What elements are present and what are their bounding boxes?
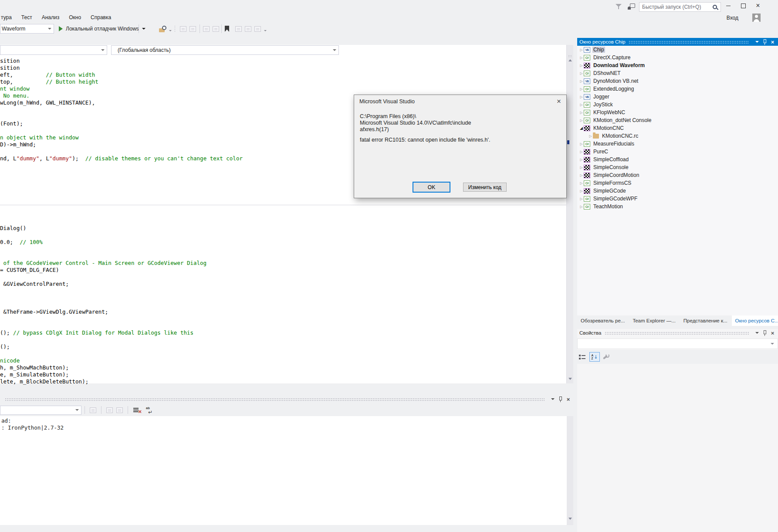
tree-item-label[interactable]: SimpleFormsCS <box>592 180 632 186</box>
expander-icon[interactable]: ▷ <box>579 197 584 201</box>
expander-icon[interactable]: ▷ <box>579 173 584 177</box>
tree-item-label[interactable]: TeachMotion <box>592 203 624 210</box>
indent-icon[interactable] <box>203 26 210 32</box>
expander-icon[interactable]: ▷ <box>579 103 584 107</box>
tree-item[interactable]: ▷ SimpleCoordMotion <box>577 171 778 179</box>
output-vertical-scrollbar[interactable] <box>567 416 573 525</box>
expander-icon[interactable]: ◢ <box>579 126 584 130</box>
tool-window-tab[interactable]: Окно ресурсов С... <box>732 315 778 326</box>
tree-item[interactable]: ▷ C# KFlopWebNC <box>577 108 778 116</box>
tree-item-label[interactable]: SimpleConsole <box>592 164 629 170</box>
chevron-down-icon[interactable] <box>264 30 267 31</box>
tree-item[interactable]: ▷ C# DShowNET <box>577 69 778 77</box>
tool-window-tab[interactable]: Team Explorer —... <box>629 315 679 326</box>
expander-icon[interactable]: ▷ <box>579 56 584 60</box>
output-text-area[interactable]: ad: : IronPython|2.7-32 <box>0 416 567 525</box>
scroll-down-icon[interactable] <box>568 518 572 520</box>
tree-item[interactable]: ▷ C# MeasureFiducials <box>577 140 778 148</box>
expander-icon[interactable]: ▷ <box>579 181 584 185</box>
menu-item[interactable]: Тест <box>17 13 37 22</box>
scope-combo[interactable]: (Глобальная область) <box>111 45 339 55</box>
tree-item[interactable]: ▷ PureC <box>577 148 778 156</box>
tree-item[interactable]: ▷ SimpleConsole <box>577 163 778 171</box>
toggle-bookmark-icon[interactable] <box>225 26 229 32</box>
tree-item-label[interactable]: Download Waveform <box>592 62 646 68</box>
pin-button[interactable] <box>557 396 564 402</box>
feedback-icon[interactable] <box>628 3 635 10</box>
panel-close-button[interactable]: × <box>565 396 572 402</box>
output-source-combo[interactable] <box>0 406 81 415</box>
sign-in-link[interactable]: Вход <box>727 15 738 21</box>
ok-button[interactable]: OK <box>413 182 450 193</box>
editor-vertical-scrollbar[interactable] <box>566 45 573 383</box>
tool-window-tab[interactable]: Представление к... <box>680 315 731 326</box>
tree-item[interactable]: ▷ C# JoyStick <box>577 101 778 108</box>
filter-icon[interactable] <box>616 4 622 10</box>
prev-message-icon[interactable] <box>106 407 113 413</box>
tree-item-label[interactable]: Jogger <box>592 94 610 100</box>
find-in-files-icon[interactable] <box>159 26 167 32</box>
maximize-button[interactable] <box>736 0 750 11</box>
expander-icon[interactable]: ▷ <box>579 158 584 162</box>
window-menu-button[interactable] <box>754 332 760 334</box>
categorized-icon[interactable] <box>579 354 586 360</box>
tree-item[interactable]: ▷ SimpleGCode <box>577 187 778 195</box>
tree-item[interactable]: ▷ C# KMotion_dotNet Console <box>577 116 778 124</box>
expander-icon[interactable]: ▷ <box>579 119 584 122</box>
expander-icon[interactable]: ▷ <box>579 95 584 99</box>
menu-item[interactable]: тура <box>0 13 17 22</box>
tree-item-label[interactable]: DynoMotion VB.net <box>592 78 639 84</box>
tree-item-label[interactable]: KFlopWebNC <box>592 109 626 115</box>
quick-launch-search[interactable]: Быстрый запуск (Ctrl+Q) <box>639 2 721 12</box>
collapse-definitions-icon[interactable] <box>189 26 196 32</box>
expander-icon[interactable]: ▷ <box>579 64 584 68</box>
menu-item[interactable]: Справка <box>86 13 116 22</box>
start-debug-button[interactable]: Локальный отладчик Windows <box>57 24 147 34</box>
comment-icon[interactable] <box>213 26 219 32</box>
chevron-down-icon[interactable] <box>169 30 172 31</box>
object-selector-combo[interactable] <box>577 339 778 349</box>
expander-icon[interactable]: ▷ <box>588 134 593 138</box>
panel-titlebar[interactable]: Окно ресурсов Chip × <box>577 38 778 46</box>
expander-icon[interactable]: ▷ <box>579 166 584 169</box>
goto-message-icon[interactable] <box>90 407 96 413</box>
expander-icon[interactable]: ▷ <box>579 71 584 75</box>
next-bookmark-icon[interactable] <box>245 26 251 32</box>
expander-icon[interactable]: ▷ <box>579 87 584 91</box>
pin-button[interactable] <box>761 330 768 336</box>
scroll-down-icon[interactable] <box>568 378 572 380</box>
property-pages-icon[interactable] <box>603 354 609 360</box>
menu-item[interactable]: Анализ <box>37 13 64 22</box>
tree-item-label[interactable]: SimpleCoffload <box>592 156 629 163</box>
pin-button[interactable] <box>761 39 768 45</box>
tree-item[interactable]: ▷ C# TeachMotion <box>577 203 778 210</box>
edit-code-button[interactable]: Изменить код <box>463 183 507 192</box>
tree-item-label[interactable]: KMotion_dotNet Console <box>592 117 652 123</box>
tree-item-label[interactable]: ExtendedLogging <box>592 86 635 92</box>
tree-item-label[interactable]: SimpleGCodeWPF <box>592 196 638 202</box>
expander-icon[interactable]: ▷ <box>579 48 584 52</box>
expander-icon[interactable]: ▷ <box>579 79 584 83</box>
solution-configurations-combo[interactable]: Waveform <box>0 24 54 34</box>
window-menu-button[interactable] <box>754 41 760 43</box>
panel-titlebar[interactable]: Свойства × <box>577 329 778 337</box>
tree-item[interactable]: ▷ VB Chip <box>577 46 778 54</box>
expander-icon[interactable]: ▷ <box>579 189 584 193</box>
word-wrap-icon[interactable] <box>145 407 153 413</box>
tree-item-label[interactable]: PureC <box>592 149 609 155</box>
tree-item[interactable]: ▷ C# DirectX.Capture <box>577 54 778 61</box>
tree-item-label[interactable]: MeasureFiducials <box>592 141 635 147</box>
tree-item-label[interactable]: DShowNET <box>592 70 622 76</box>
expander-icon[interactable]: ▷ <box>579 150 584 154</box>
clear-all-icon[interactable] <box>133 407 141 413</box>
alphabetical-sort-button[interactable]: AZ ↓ <box>589 352 600 362</box>
minimize-button[interactable] <box>721 0 735 11</box>
expander-icon[interactable]: ▷ <box>579 205 584 209</box>
tree-item[interactable]: ▷ C# ExtendedLogging <box>577 85 778 93</box>
expander-icon[interactable]: ▷ <box>579 111 584 115</box>
next-message-icon[interactable] <box>116 407 123 413</box>
tree-item[interactable]: ▷ VB DynoMotion VB.net <box>577 77 778 85</box>
toggle-outlining-icon[interactable] <box>180 26 186 32</box>
avatar[interactable] <box>752 14 761 22</box>
tool-window-tab[interactable]: Обозреватель ре... <box>577 315 628 326</box>
